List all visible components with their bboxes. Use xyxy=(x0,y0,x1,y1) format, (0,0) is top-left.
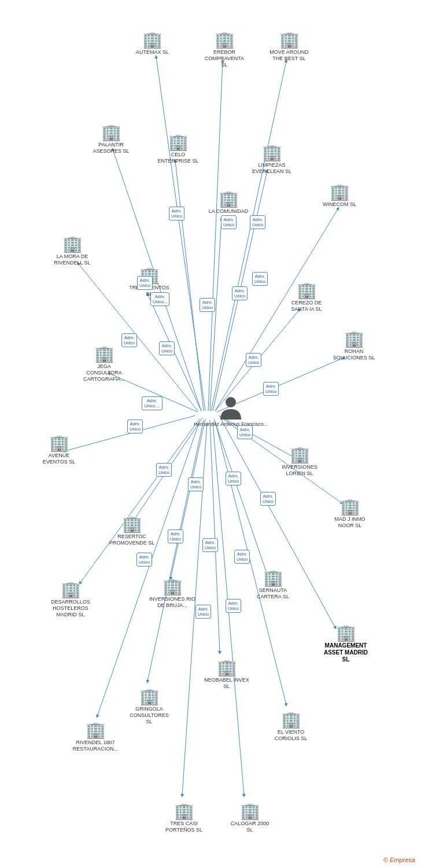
role-badge-18[interactable]: Adm.Unico xyxy=(226,472,241,486)
role-badge-7[interactable]: Adm.Unico xyxy=(232,286,248,300)
svg-line-18 xyxy=(171,419,205,579)
svg-line-4 xyxy=(175,161,204,411)
role-badge-5[interactable]: Adm.Unico... xyxy=(150,292,169,306)
company-tres-casi[interactable]: 🏢 TRES CASI PORTEÑOS SL xyxy=(161,803,207,833)
building-icon: 🏢 xyxy=(94,346,115,362)
role-badge-20[interactable]: Adm.Unico xyxy=(168,529,183,543)
company-label: INVERSIONES RIO DE BRUJA... xyxy=(149,596,195,609)
role-badge-17[interactable]: Adm.Unico xyxy=(188,477,204,491)
role-badge-3[interactable]: Adm.Unico xyxy=(250,215,265,229)
company-label: GRINGOLA CONSULTORES SL xyxy=(126,706,172,724)
company-label: WINECOM SL xyxy=(323,201,356,208)
company-el-viento[interactable]: 🏢 EL VIENTO CORIOLIS SL xyxy=(268,712,314,742)
role-badge-11[interactable]: Adm.Unico xyxy=(246,353,261,367)
building-icon: 🏢 xyxy=(263,570,283,586)
company-label: CEREZO DE SANTA IA SL xyxy=(283,300,330,312)
role-badge-16[interactable]: Adm.Unico xyxy=(156,463,172,477)
company-avenue[interactable]: 🏢 AVENUE EVENTOS SL xyxy=(36,435,82,465)
building-icon: 🏢 xyxy=(122,516,142,532)
building-icon: 🏢 xyxy=(174,803,194,819)
company-label: NEOBABEL INVEX SL xyxy=(204,677,250,690)
role-badge-2[interactable]: Adm.Unico xyxy=(221,215,237,229)
building-icon: 🏢 xyxy=(61,582,81,598)
building-icon: 🏢 xyxy=(86,722,106,738)
company-jega[interactable]: 🏢 JEGA CONSULTORA CARTOGRAFIA... xyxy=(81,346,127,382)
company-label: CELO ENTERPRISE SL xyxy=(155,152,201,164)
company-la-mora[interactable]: 🏢 LA MORA DE RIVENDELL SL xyxy=(49,236,95,266)
building-icon: 🏢 xyxy=(163,579,183,595)
role-badge-6[interactable]: Adm.Unico xyxy=(200,298,215,312)
svg-line-1 xyxy=(208,61,223,411)
company-label: TRES CASI PORTEÑOS SL xyxy=(161,821,207,833)
company-label: INVERSIONES LORIEN SL xyxy=(276,464,323,477)
role-badge-13[interactable]: Adm.Unico.... xyxy=(142,396,163,410)
company-label: ROHAN SOLUCIONES SL xyxy=(331,348,377,361)
company-gringola[interactable]: 🏢 GRINGOLA CONSULTORES SL xyxy=(126,689,172,724)
company-mad-j[interactable]: 🏢 MAD J INMO NOOR SL xyxy=(327,499,373,529)
company-desarrollos[interactable]: 🏢 DESARROLLOS HOSTELEROS MADRID SL xyxy=(47,582,94,617)
svg-line-0 xyxy=(156,57,205,411)
company-autemax[interactable]: 🏢 AUTEMAX SL xyxy=(136,32,169,56)
role-badge-24[interactable]: Adm.Unico xyxy=(195,605,211,619)
building-icon: 🏢 xyxy=(101,124,121,141)
company-label: AVENUE EVENTOS SL xyxy=(36,453,82,465)
company-label: MAD J INMO NOOR SL xyxy=(327,516,373,529)
company-limpiezas[interactable]: 🏢 LIMPIEZAS EVERCLEAN SL xyxy=(249,145,295,175)
building-icon: 🏢 xyxy=(142,32,163,48)
company-management[interactable]: 🏢 MANAGEMENT ASSET MADRID SL xyxy=(323,625,369,663)
company-sernauta[interactable]: 🏢 SERNAUTA CARTERA SL xyxy=(250,570,296,600)
company-rohan[interactable]: 🏢 ROHAN SOLUCIONES SL xyxy=(331,331,377,361)
building-icon: 🏢 xyxy=(217,660,237,676)
role-badge-25[interactable]: Adm.Unico xyxy=(226,599,241,613)
role-badge-9[interactable]: Adm.Unico xyxy=(121,333,137,347)
svg-line-21 xyxy=(210,420,220,653)
company-label: CALOGAR 2000 SL xyxy=(227,821,273,833)
role-badge-14[interactable]: Adm.Unico xyxy=(127,420,143,433)
role-badge-15[interactable]: Adm.Unico xyxy=(237,425,253,439)
company-erebor[interactable]: 🏢 EREBOR COMPRAVENTA SL xyxy=(201,32,248,68)
building-icon: 🏢 xyxy=(297,282,317,299)
person-icon xyxy=(220,396,241,420)
role-badge-23[interactable]: Adm.Unico xyxy=(136,553,152,567)
company-label: DESARROLLOS HOSTELEROS MADRID SL xyxy=(47,599,94,617)
company-winecom[interactable]: 🏢 WINECOM SL xyxy=(323,184,356,208)
svg-line-23 xyxy=(97,421,200,716)
company-rivendel[interactable]: 🏢 RIVENDEL 1807 RESTAURACION... xyxy=(72,722,119,752)
building-icon: 🏢 xyxy=(219,191,239,207)
building-icon: 🏢 xyxy=(344,331,364,347)
role-badge-1[interactable]: Adm.Unico xyxy=(169,207,184,220)
company-inversiones-rio[interactable]: 🏢 INVERSIONES RIO DE BRUJA... xyxy=(149,579,195,609)
svg-line-22 xyxy=(147,420,204,682)
building-icon: 🏢 xyxy=(281,712,301,728)
company-move-around[interactable]: 🏢 MOVE AROUND THE BEST SL xyxy=(266,32,312,62)
role-badge-19[interactable]: Adm.Unico xyxy=(260,492,276,506)
company-label: LIMPIEZAS EVERCLEAN SL xyxy=(249,162,295,175)
role-badge-12[interactable]: Adm.Unico xyxy=(263,382,279,396)
company-label: SERNAUTA CARTERA SL xyxy=(250,587,296,600)
center-person-label: Hernandez Arderius Francisco... xyxy=(194,421,268,428)
company-inversiones-lorien[interactable]: 🏢 INVERSIONES LORIEN SL xyxy=(276,447,323,477)
company-neobabel[interactable]: 🏢 NEOBABEL INVEX SL xyxy=(204,660,250,690)
building-icon: 🏢 xyxy=(279,32,300,48)
role-badge-4[interactable]: Adm.Unico xyxy=(137,276,153,290)
company-celo[interactable]: 🏢 CELO ENTERPRISE SL xyxy=(155,134,201,164)
watermark: © Empresa xyxy=(383,856,415,863)
svg-point-27 xyxy=(226,397,236,407)
role-badge-8[interactable]: Adm.Unico xyxy=(252,272,268,286)
building-icon: 🏢 xyxy=(139,689,160,705)
company-label: RESERTOC PROMOVENDE SL xyxy=(109,534,155,546)
role-badge-10[interactable]: Adm.Unico xyxy=(159,341,175,355)
role-badge-21[interactable]: Adm.Unico xyxy=(202,538,218,552)
company-palantir[interactable]: 🏢 PALANTIR ASESORES SL xyxy=(88,124,134,155)
building-icon: 🏢 xyxy=(262,145,282,161)
building-icon: 🏢 xyxy=(340,499,360,515)
company-cerezo[interactable]: 🏢 CEREZO DE SANTA IA SL xyxy=(283,282,330,312)
role-badge-22[interactable]: Adm.Unico xyxy=(234,550,250,564)
company-calogar[interactable]: 🏢 CALOGAR 2000 SL xyxy=(227,803,273,833)
company-label: EL VIENTO CORIOLIS SL xyxy=(268,729,314,742)
company-resertoc[interactable]: 🏢 RESERTOC PROMOVENDE SL xyxy=(109,516,155,546)
center-person-node[interactable]: Hernandez Arderius Francisco... xyxy=(194,396,268,428)
building-icon-highlight: 🏢 xyxy=(336,625,356,641)
building-icon: 🏢 xyxy=(240,803,260,819)
company-label: EREBOR COMPRAVENTA SL xyxy=(201,49,248,68)
